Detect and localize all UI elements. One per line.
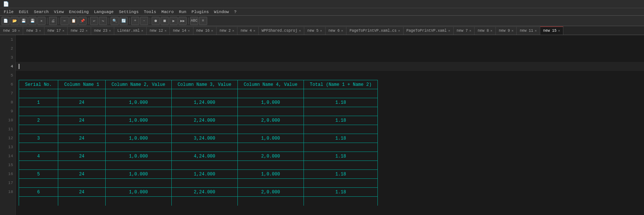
- cell-1-4: 2,0.000: [237, 116, 304, 125]
- spell-check-button[interactable]: ABC: [190, 17, 198, 25]
- save-all-button[interactable]: 💾: [28, 17, 37, 25]
- cell-1-2: 1,0.000: [105, 116, 171, 125]
- tab-Linear.xml[interactable]: Linear.xml✕: [114, 27, 146, 35]
- zoom-in-button[interactable]: +: [131, 17, 139, 25]
- tab-close-icon[interactable]: ✕: [85, 29, 87, 33]
- extra-button[interactable]: ≡: [199, 17, 207, 25]
- menu-item-file[interactable]: File: [1, 9, 16, 15]
- code-area[interactable]: Serial No.Column Name 1Column Name 2, Va…: [16, 35, 644, 215]
- tab-new-8[interactable]: new 8✕: [475, 27, 495, 35]
- cell-3-3: 4,24.000: [171, 152, 237, 161]
- tab-close-icon[interactable]: ✕: [535, 29, 536, 33]
- tab-close-icon[interactable]: ✕: [211, 29, 213, 33]
- tab-close-icon[interactable]: ✕: [18, 29, 20, 33]
- zoom-out-button[interactable]: -: [140, 17, 148, 25]
- macro-run-button[interactable]: ▶▶: [178, 17, 187, 25]
- tab-close-icon[interactable]: ✕: [253, 29, 255, 33]
- menu-item-search[interactable]: Search: [32, 9, 51, 15]
- undo-button[interactable]: ↩: [90, 17, 98, 25]
- tab-close-icon[interactable]: ✕: [448, 29, 450, 33]
- cell-4-4: 1,0.000: [237, 170, 304, 179]
- tab-new-11[interactable]: new 11✕: [517, 27, 540, 35]
- menu-item-encoding[interactable]: Encoding: [67, 9, 91, 15]
- find-button[interactable]: 🔍: [111, 17, 119, 25]
- tab-close-icon[interactable]: ✕: [165, 29, 167, 33]
- tab-bar: new 10✕new 3✕new 17✕new 22✕new 23✕Linear…: [0, 26, 644, 35]
- tab-close-icon[interactable]: ✕: [320, 29, 322, 33]
- menu-item-window[interactable]: Window: [212, 9, 231, 15]
- line-number-13: 13: [0, 143, 13, 152]
- tab-new-22[interactable]: new 22✕: [68, 27, 91, 35]
- tab-new-7[interactable]: new 7✕: [454, 27, 475, 35]
- table-container: Serial No.Column Name 1Column Name 2, Va…: [16, 80, 644, 206]
- copy-button[interactable]: 📋: [69, 17, 78, 25]
- tab-close-icon[interactable]: ✕: [39, 29, 41, 33]
- line-number-16: 16: [0, 169, 13, 178]
- spacer-row-5: [19, 179, 378, 188]
- tab-new-14[interactable]: new 14✕: [170, 27, 193, 35]
- tab-new-23[interactable]: new 23✕: [91, 27, 114, 35]
- close-button[interactable]: ✕: [37, 17, 46, 25]
- line-number-1: 1: [0, 35, 13, 44]
- tab-close-icon[interactable]: ✕: [62, 29, 64, 33]
- print-button[interactable]: 🖨: [49, 17, 57, 25]
- tab-close-icon[interactable]: ✕: [398, 29, 400, 33]
- separator-4: [109, 18, 109, 24]
- menu-item-macro[interactable]: Macro: [159, 9, 176, 15]
- save-button[interactable]: 💾: [19, 17, 28, 25]
- tab-close-icon[interactable]: ✕: [469, 29, 471, 33]
- tab-close-icon[interactable]: ✕: [511, 29, 513, 33]
- replace-button[interactable]: 🔄: [119, 17, 128, 25]
- tab-new-4[interactable]: new 4✕: [237, 27, 258, 35]
- tab-close-icon[interactable]: ✕: [299, 29, 301, 33]
- macro-play-button[interactable]: ▶: [169, 17, 178, 25]
- cell-0-3: 1,24.000: [171, 98, 237, 107]
- menu-item-?[interactable]: ?: [232, 9, 239, 15]
- macro-stop-button[interactable]: ⏹: [161, 17, 169, 25]
- menu-item-language[interactable]: Language: [92, 9, 116, 15]
- tab-new-15[interactable]: new 15✕: [540, 27, 563, 35]
- cell-4-3: 1,24.000: [171, 170, 237, 179]
- col-header-4: Column Name 4, Value: [237, 80, 304, 89]
- line-numbers: 123456789101112131415161718: [0, 35, 16, 215]
- cell-2-1: 24: [58, 134, 106, 143]
- menu-item-view[interactable]: View: [52, 9, 66, 15]
- macro-record-button[interactable]: ⏺: [152, 17, 160, 25]
- paste-button[interactable]: 📌: [78, 17, 87, 25]
- tab-close-icon[interactable]: ✕: [341, 29, 343, 33]
- tab-new-10[interactable]: new 10✕: [0, 27, 23, 35]
- cell-3-4: 2,0.000: [237, 152, 304, 161]
- tab-close-icon[interactable]: ✕: [109, 29, 111, 33]
- menu-item-run[interactable]: Run: [177, 9, 189, 15]
- tab-WPFShared.csproj[interactable]: WPFShared.csproj✕: [259, 27, 304, 35]
- tab-new-16[interactable]: new 16✕: [193, 27, 217, 35]
- tab-new-5[interactable]: new 5✕: [304, 27, 325, 35]
- menu-item-edit[interactable]: Edit: [16, 9, 31, 15]
- cell-5-1: 24: [58, 188, 106, 197]
- tab-PageToPrintVP.xaml.cs[interactable]: PageToPrintVP.xaml.cs✕: [346, 27, 403, 35]
- open-button[interactable]: 📂: [10, 17, 19, 25]
- tab-close-icon[interactable]: ✕: [232, 29, 234, 33]
- new-button[interactable]: 📄: [1, 17, 10, 25]
- col-header-2: Column Name 2, Value: [105, 80, 171, 89]
- menu-item-plugins[interactable]: Plugins: [189, 9, 211, 15]
- tab-close-icon[interactable]: ✕: [558, 29, 560, 33]
- tab-new-6[interactable]: new 6✕: [326, 27, 346, 35]
- tab-new-17[interactable]: new 17✕: [44, 27, 68, 35]
- tab-close-icon[interactable]: ✕: [490, 29, 492, 33]
- spacer-row-2: [19, 125, 378, 134]
- menu-item-tools[interactable]: Tools: [141, 9, 158, 15]
- menu-item-settings[interactable]: Settings: [116, 9, 141, 15]
- tab-new-3[interactable]: new 3✕: [23, 27, 44, 35]
- tab-new-12[interactable]: new 12✕: [147, 27, 170, 35]
- redo-button[interactable]: ↪: [99, 17, 107, 25]
- tab-close-icon[interactable]: ✕: [141, 29, 143, 33]
- tab-PageToPrintVP.xaml[interactable]: PageToPrintVP.xaml✕: [404, 27, 454, 35]
- cut-button[interactable]: ✂: [60, 17, 69, 25]
- line-number-8: 8: [0, 98, 13, 107]
- cell-2-4: 1,0.000: [237, 134, 304, 143]
- tab-new-2[interactable]: new 2✕: [217, 27, 237, 35]
- tab-new-9[interactable]: new 9✕: [496, 27, 517, 35]
- tab-close-icon[interactable]: ✕: [188, 29, 190, 33]
- table-row-1: 2241,0.0002,24.0002,0.0001.18: [19, 116, 378, 125]
